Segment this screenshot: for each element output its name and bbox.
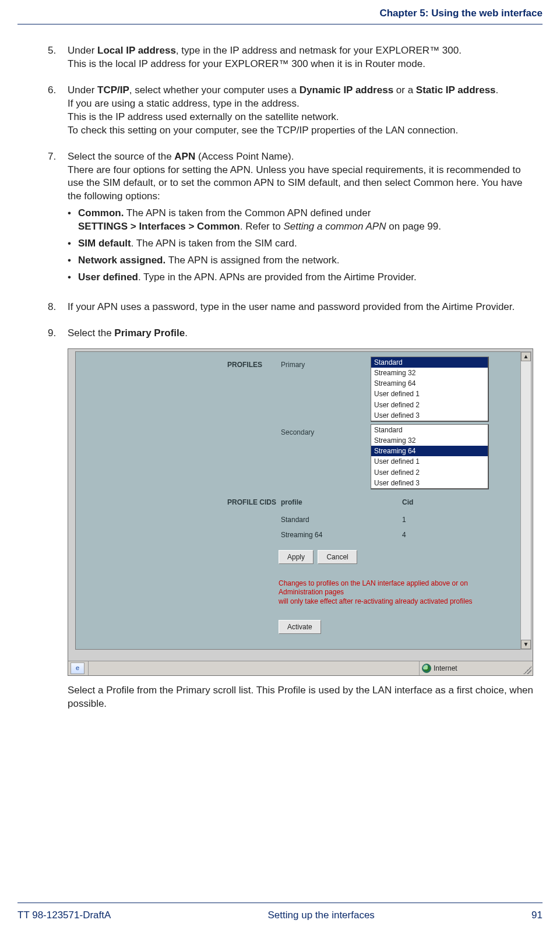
- cids-cid: 1: [402, 515, 406, 524]
- list-item[interactable]: Standard: [371, 357, 488, 368]
- secondary-profile-listbox[interactable]: Standard Streaming 32 Streaming 64 User …: [371, 424, 489, 489]
- cids-profile: Standard: [281, 516, 309, 524]
- list-item[interactable]: Streaming 64: [371, 378, 488, 389]
- text: or a: [393, 84, 416, 96]
- bold: APN: [174, 151, 195, 162]
- text: This is the IP address used externally o…: [68, 111, 339, 122]
- step-number: 7.: [48, 150, 68, 288]
- scroll-up-icon[interactable]: ▲: [521, 352, 531, 361]
- zone-label: Internet: [434, 664, 457, 673]
- label-profile: profile: [281, 498, 302, 507]
- bold: Local IP address: [97, 45, 176, 56]
- label-cid: Cid: [402, 498, 413, 507]
- bold: Static IP address: [416, 84, 496, 96]
- vertical-scrollbar[interactable]: ▲ ▼: [520, 351, 531, 650]
- bold: Primary Profile: [114, 327, 185, 339]
- text: on page 99.: [386, 221, 441, 232]
- cids-row: Standard 1: [281, 515, 309, 524]
- text: Under: [68, 45, 97, 56]
- text: Select the source of the: [68, 151, 174, 162]
- text: If your APN uses a password, type in the…: [68, 301, 533, 314]
- list-item[interactable]: Streaming 64: [371, 446, 488, 456]
- step-8: 8. If your APN uses a password, type in …: [48, 301, 533, 314]
- status-bar: e Internet: [68, 661, 533, 675]
- list-item[interactable]: User defined 3: [371, 410, 488, 421]
- label-primary: Primary: [281, 360, 305, 369]
- text: , type in the IP address and netmask for…: [176, 45, 462, 56]
- page-footer: TT 98-123571-DraftA Setting up the inter…: [17, 903, 543, 922]
- bold: User defined: [78, 272, 138, 283]
- ie-page-icon: e: [71, 662, 84, 674]
- step-6: 6. Under TCP/IP, select whether your com…: [48, 84, 533, 138]
- text: . Refer to: [240, 221, 284, 232]
- after-figure-text: Select a Profile from the Primary scroll…: [68, 684, 533, 711]
- text: , select whether your computer uses a: [129, 84, 300, 96]
- list-item[interactable]: User defined 2: [371, 400, 488, 410]
- activate-button[interactable]: Activate: [279, 620, 321, 634]
- text: There are four options for setting the A…: [68, 164, 523, 202]
- text: (Access Point Name).: [195, 151, 294, 162]
- bullet: • Common. The APN is taken from the Comm…: [68, 207, 533, 234]
- label-secondary: Secondary: [281, 428, 314, 437]
- text: The APN is assigned from the network.: [165, 255, 339, 266]
- text: . Type in the APN. APNs are provided fro…: [138, 272, 417, 283]
- list-item[interactable]: User defined 3: [371, 478, 488, 488]
- step-7: 7. Select the source of the APN (Access …: [48, 150, 533, 288]
- step-9: 9. Select the Primary Profile.: [48, 327, 533, 340]
- italic: Setting a common APN: [283, 221, 386, 232]
- list-item[interactable]: User defined 1: [371, 456, 488, 467]
- list-item[interactable]: Standard: [371, 425, 488, 435]
- step-5: 5. Under Local IP address, type in the I…: [48, 44, 533, 71]
- cids-cid: 4: [402, 530, 406, 540]
- step-number: 9.: [48, 327, 68, 340]
- text: will only take effect after re-activatin…: [279, 597, 473, 605]
- bold: Network assigned.: [78, 255, 165, 266]
- text: Under: [68, 84, 97, 96]
- text: .: [185, 327, 188, 339]
- footer-center: Setting up the interfaces: [268, 909, 375, 922]
- list-item[interactable]: Streaming 32: [371, 368, 488, 378]
- warning-text: Changes to profiles on the LAN interface…: [279, 579, 512, 607]
- cancel-button[interactable]: Cancel: [318, 550, 357, 564]
- globe-icon: [422, 664, 431, 673]
- profiles-figure: PROFILES Primary Secondary PROFILE CIDS …: [68, 348, 533, 676]
- bold: SETTINGS > Interfaces > Common: [78, 221, 240, 232]
- primary-profile-listbox[interactable]: Standard Streaming 32 Streaming 64 User …: [371, 357, 489, 422]
- resize-grip-icon: [523, 666, 531, 674]
- header-rule: [17, 24, 543, 24]
- bullet-dot: •: [68, 254, 78, 267]
- text: .: [496, 84, 499, 96]
- list-item[interactable]: Streaming 32: [371, 435, 488, 446]
- bullet-dot: •: [68, 207, 78, 234]
- text: This is the local IP address for your EX…: [68, 58, 425, 69]
- step-number: 8.: [48, 301, 68, 314]
- apply-button[interactable]: Apply: [279, 550, 314, 564]
- bold: Dynamic IP address: [300, 84, 393, 96]
- list-item[interactable]: User defined 1: [371, 389, 488, 399]
- scroll-down-icon[interactable]: ▼: [521, 640, 531, 649]
- bullet: • User defined. Type in the APN. APNs ar…: [68, 271, 533, 284]
- bullet: • Network assigned. The APN is assigned …: [68, 254, 533, 267]
- footer-rule: [17, 903, 543, 903]
- text: If you are using a static address, type …: [68, 98, 300, 109]
- text: . The APN is taken from the SIM card.: [131, 238, 297, 249]
- list-item[interactable]: User defined 2: [371, 467, 488, 478]
- bullet-dot: •: [68, 271, 78, 284]
- label-profile-cids: PROFILE CIDS: [227, 498, 276, 507]
- step-number: 5.: [48, 44, 68, 71]
- bullet-dot: •: [68, 237, 78, 251]
- label-profiles: PROFILES: [227, 360, 262, 369]
- status-spacer: [88, 661, 419, 675]
- footer-left: TT 98-123571-DraftA: [17, 909, 111, 922]
- bold: TCP/IP: [97, 84, 129, 96]
- text: Changes to profiles on the LAN interface…: [279, 579, 468, 597]
- internet-zone: Internet: [419, 661, 533, 675]
- cids-profile: Streaming 64: [281, 531, 322, 539]
- step-number: 6.: [48, 84, 68, 138]
- text: Select the: [68, 327, 114, 339]
- bullet: • SIM default. The APN is taken from the…: [68, 237, 533, 251]
- bold: Common.: [78, 207, 124, 218]
- text: To check this setting on your computer, …: [68, 125, 458, 136]
- bold: SIM default: [78, 238, 131, 249]
- footer-right: 91: [531, 909, 543, 922]
